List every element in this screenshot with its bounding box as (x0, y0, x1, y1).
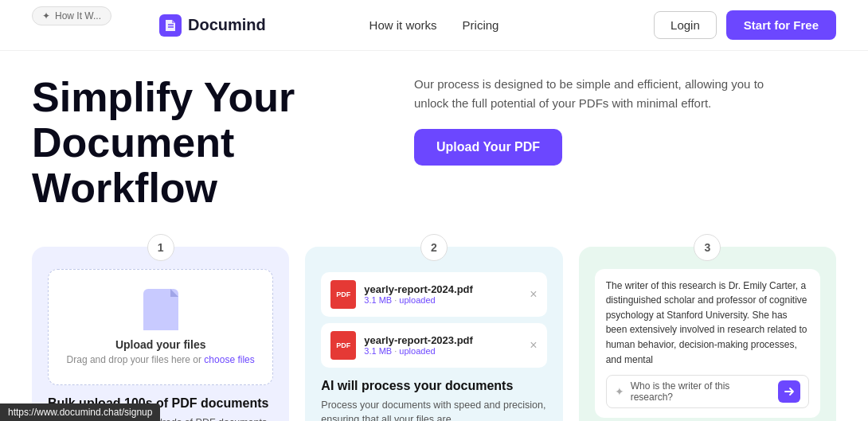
start-free-button[interactable]: Start for Free (726, 10, 836, 40)
hero-right: Our process is designed to be simple and… (414, 75, 836, 231)
file-name-1: yearly-report-2024.pdf (364, 283, 522, 295)
step-card-1: 1 Upload your files Drag and drop your f… (32, 247, 289, 421)
logo-text: Documind (188, 16, 266, 34)
step-number-1: 1 (147, 234, 174, 261)
chat-input-icon: ✦ (615, 385, 624, 398)
nav-links: How it works Pricing (369, 18, 499, 32)
logo: Documind (159, 14, 266, 37)
logo-icon (159, 14, 182, 37)
file-folder-icon (143, 289, 178, 330)
step-number-2: 2 (420, 234, 448, 261)
file-meta-1: 3.1 MB · uploaded (364, 295, 522, 305)
step-card-3: 3 The writer of this research is Dr. Emi… (579, 247, 836, 421)
step-2-title: AI will process your documents (321, 379, 546, 393)
file-name-2: yearly-report-2023.pdf (364, 334, 522, 346)
file-item-2: PDF yearly-report-2023.pdf 3.1 MB · uplo… (321, 323, 546, 368)
file-info-1: yearly-report-2024.pdf 3.1 MB · uploaded (364, 283, 522, 305)
pdf-icon-2: PDF (330, 331, 356, 360)
browser-tab: ✦ How It W... (32, 6, 111, 25)
browser-tab-label: How It W... (55, 10, 101, 21)
chat-box: The writer of this research is Dr. Emily… (595, 269, 820, 419)
nav-link-pricing[interactable]: Pricing (463, 18, 499, 32)
hero-section: Simplify Your Document Workflow Our proc… (0, 51, 868, 231)
hero-title: Simplify Your Document Workflow (32, 75, 382, 212)
file-item-1: PDF yearly-report-2024.pdf 3.1 MB · uplo… (321, 272, 546, 317)
login-button[interactable]: Login (654, 11, 717, 39)
chat-input-row: ✦ Who is the writer of this research? (606, 375, 809, 408)
steps-section: 1 Upload your files Drag and drop your f… (0, 231, 868, 421)
step-number-3: 3 (694, 234, 721, 261)
step-2-desc: Process your documents with speed and pr… (321, 398, 546, 421)
upload-dropzone[interactable]: Upload your files Drag and drop your fil… (48, 269, 273, 385)
navbar: ✦ How It W... Documind How it works Pric… (0, 0, 868, 51)
file-close-1[interactable]: × (530, 287, 537, 302)
upload-label: Upload your files (115, 338, 206, 351)
nav-link-how-it-works[interactable]: How it works (369, 18, 437, 32)
upload-hint: Drag and drop your files here or choose … (67, 354, 255, 365)
file-meta-2: 3.1 MB · uploaded (364, 346, 522, 356)
file-close-2[interactable]: × (530, 338, 537, 353)
chat-response-text: The writer of this research is Dr. Emily… (606, 279, 809, 368)
browser-tab-icon: ✦ (42, 10, 50, 21)
chat-input-placeholder[interactable]: Who is the writer of this research? (631, 380, 772, 403)
hero-left: Simplify Your Document Workflow (32, 75, 382, 231)
upload-pdf-button[interactable]: Upload Your PDF (414, 129, 562, 166)
nav-actions: Login Start for Free (654, 10, 836, 40)
hero-description: Our process is designed to be simple and… (414, 75, 780, 113)
choose-files-link[interactable]: choose files (204, 354, 254, 365)
pdf-icon-1: PDF (330, 280, 356, 309)
file-info-2: yearly-report-2023.pdf 3.1 MB · uploaded (364, 334, 522, 356)
chat-send-button[interactable] (778, 380, 800, 403)
status-url: https://www.documind.chat/signup (8, 407, 152, 418)
status-bar: https://www.documind.chat/signup (0, 403, 160, 421)
step-card-2: 2 PDF yearly-report-2024.pdf 3.1 MB · up… (305, 247, 562, 421)
